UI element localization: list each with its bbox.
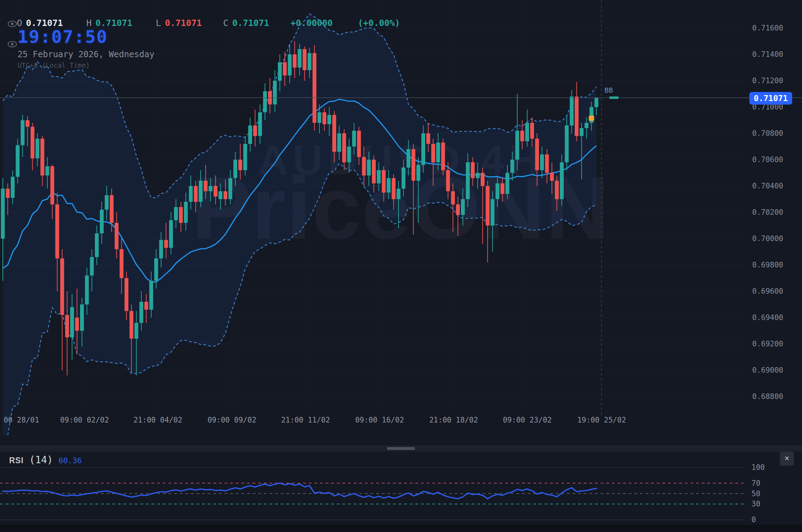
rsi-level-label: 0 [751, 516, 756, 524]
rsi-header[interactable]: RSI (14) 60.36 [9, 454, 82, 466]
time-axis-label: 09:00 16/02 [355, 416, 404, 424]
price-axis-label: 0.70800 [752, 129, 783, 138]
price-axis-label: 0.69400 [752, 313, 783, 322]
rsi-period: (14) [29, 454, 53, 466]
date-label: 25 February 2026, Wednesday [18, 49, 154, 59]
price-axis-label: 0.70600 [752, 155, 783, 164]
price-axis-label: 0.68800 [752, 392, 783, 401]
close-rsi-button[interactable]: × [780, 452, 794, 466]
time-axis-label: 21:00 18/02 [429, 416, 478, 424]
clock-display: 19:07:50 [18, 27, 108, 47]
bb-indicator-label: BB [604, 86, 613, 94]
time-axis-label: 00 28/01 [4, 416, 39, 424]
pane-resize-handle[interactable] [387, 447, 415, 450]
rsi-level-label: 100 [751, 463, 765, 472]
rsi-value: 60.36 [59, 456, 82, 465]
price-chart[interactable]: 00 28/0109:00 02/0221:00 04/0209:00 09/0… [0, 0, 802, 435]
ohlc-close-value: 0.71071 [232, 18, 269, 28]
eye-icon-ohlc[interactable] [7, 20, 18, 28]
price-axis-label: 0.69600 [752, 287, 783, 296]
rsi-level-label: 70 [751, 479, 760, 487]
bottom-strip [0, 525, 802, 532]
price-axis-label: 0.70000 [752, 234, 783, 243]
trading-chart-app: AUDUSD 4H PriceONN 00 28/0109:00 02/0221… [0, 0, 802, 532]
ohlc-low-label: L [156, 18, 161, 28]
price-axis-label: 0.71200 [752, 76, 783, 85]
rsi-level-label: 30 [751, 500, 760, 508]
rsi-level-label: 50 [751, 490, 760, 498]
price-axis-label: 0.69200 [752, 339, 783, 348]
price-axis-label: 0.69000 [752, 366, 783, 375]
time-axis-label: 09:00 09/02 [207, 416, 256, 424]
ohlc-close-label: C [223, 18, 228, 28]
time-axis-label: 21:00 11/02 [281, 416, 330, 424]
price-axis-label: 0.70400 [752, 181, 783, 191]
ohlc-low-value: 0.71071 [165, 18, 202, 28]
ohlc-change-abs: +0.00000 [290, 18, 333, 28]
ohlc-change-pct: (+0.00%) [358, 18, 400, 28]
close-icon: × [784, 453, 789, 463]
time-axis-label: 09:00 23/02 [503, 416, 552, 424]
price-axis-label: 0.71400 [752, 50, 783, 59]
price-axis-label: 0.71600 [752, 24, 783, 33]
eye-icon-clock[interactable] [7, 40, 18, 48]
time-axis-label: 09:00 02/02 [60, 416, 109, 424]
rsi-title: RSI [9, 456, 24, 465]
time-axis-label: 19:00 25/02 [577, 416, 626, 424]
price-axis-label: 0.69800 [752, 260, 783, 270]
timezone-label: UTC+3 (Local Time) [18, 61, 90, 69]
time-axis-label: 21:00 04/02 [133, 416, 182, 424]
last-price-badge: 0.71071 [749, 92, 792, 105]
price-axis-label: 0.70200 [752, 208, 783, 217]
